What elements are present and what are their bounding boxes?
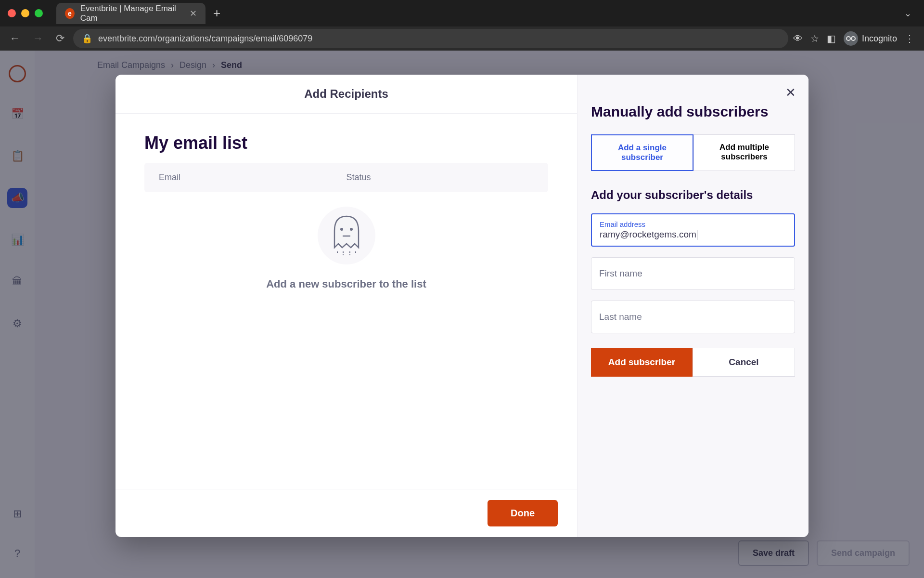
url-text: eventbrite.com/organizations/campaigns/e… — [98, 34, 312, 44]
lock-icon: 🔒 — [82, 33, 92, 44]
reload-button[interactable]: ⟳ — [52, 29, 68, 48]
star-icon[interactable]: ☆ — [810, 33, 819, 44]
modal-body: My email list Email Status — [116, 114, 577, 489]
th-email: Email — [159, 172, 346, 183]
svg-point-4 — [350, 228, 353, 231]
svg-point-3 — [340, 228, 343, 231]
new-tab-button[interactable]: + — [213, 6, 220, 21]
url-input[interactable]: 🔒 eventbrite.com/organizations/campaigns… — [73, 29, 788, 48]
menu-icon[interactable]: ⋮ — [905, 33, 914, 44]
forward-button[interactable]: → — [29, 29, 47, 48]
maximize-window-button[interactable] — [35, 9, 43, 17]
tab-single-subscriber[interactable]: Add a single subscriber — [591, 134, 693, 171]
email-field-wrapper[interactable]: Email address ramy@rocketgems.com — [591, 213, 795, 247]
incognito-icon — [844, 31, 858, 46]
th-status: Status — [346, 172, 534, 183]
svg-point-1 — [851, 37, 855, 40]
minimize-window-button[interactable] — [21, 9, 29, 17]
add-recipients-modal: Add Recipients My email list Email Statu… — [116, 75, 808, 537]
close-tab-icon[interactable]: ✕ — [190, 8, 197, 19]
section-title: Add your subscriber's details — [591, 188, 795, 202]
tab-title: Eventbrite | Manage Email Cam — [80, 4, 184, 23]
first-name-field[interactable]: First name — [591, 257, 795, 290]
panel-title: Manually add subscribers — [591, 104, 795, 120]
svg-point-0 — [847, 37, 850, 40]
done-button[interactable]: Done — [488, 500, 558, 526]
modal-right-panel: ✕ Manually add subscribers Add a single … — [578, 75, 808, 537]
ghost-icon — [318, 207, 375, 264]
subscriber-tabs: Add a single subscriber Add multiple sub… — [591, 134, 795, 171]
cancel-button[interactable]: Cancel — [693, 348, 795, 377]
address-bar: ← → ⟳ 🔒 eventbrite.com/organizations/cam… — [0, 26, 924, 51]
eye-off-icon[interactable]: 👁 — [793, 33, 803, 44]
close-window-button[interactable] — [8, 9, 16, 17]
eventbrite-favicon: e — [65, 8, 75, 19]
table-header: Email Status — [144, 163, 548, 192]
extensions-icon[interactable]: ◧ — [827, 33, 836, 44]
incognito-label: Incognito — [862, 34, 897, 44]
toolbar-right: 👁 ☆ ◧ Incognito ⋮ — [793, 31, 918, 46]
tab-bar: e Eventbrite | Manage Email Cam ✕ + ⌄ — [0, 0, 924, 26]
email-input[interactable]: ramy@rocketgems.com — [600, 229, 697, 239]
last-name-field[interactable]: Last name — [591, 301, 795, 333]
empty-state-text: Add a new subscriber to the list — [266, 278, 426, 290]
page-wrapper: 📅 📋 📣 📊 🏛 ⚙ ⊞ ? Email Campaigns › Design… — [0, 51, 924, 578]
list-title: My email list — [144, 133, 548, 153]
modal-left-panel: Add Recipients My email list Email Statu… — [116, 75, 578, 537]
window-controls — [8, 9, 43, 17]
chevron-down-icon[interactable]: ⌄ — [904, 8, 911, 19]
incognito-badge[interactable]: Incognito — [844, 31, 897, 46]
close-icon[interactable]: ✕ — [785, 85, 796, 100]
first-name-placeholder: First name — [599, 268, 642, 278]
modal-footer: Done — [116, 489, 577, 537]
back-button[interactable]: ← — [6, 29, 24, 48]
browser-chrome: e Eventbrite | Manage Email Cam ✕ + ⌄ ← … — [0, 0, 924, 51]
add-subscriber-button[interactable]: Add subscriber — [591, 348, 693, 377]
tab-multiple-subscribers[interactable]: Add multiple subscribers — [693, 134, 795, 171]
browser-tab[interactable]: e Eventbrite | Manage Email Cam ✕ — [56, 3, 205, 24]
modal-header: Add Recipients — [116, 75, 577, 114]
text-cursor — [697, 230, 697, 240]
last-name-placeholder: Last name — [599, 312, 642, 322]
email-label: Email address — [600, 220, 786, 228]
panel-action-buttons: Add subscriber Cancel — [591, 348, 795, 377]
empty-state: Add a new subscriber to the list — [144, 207, 548, 290]
